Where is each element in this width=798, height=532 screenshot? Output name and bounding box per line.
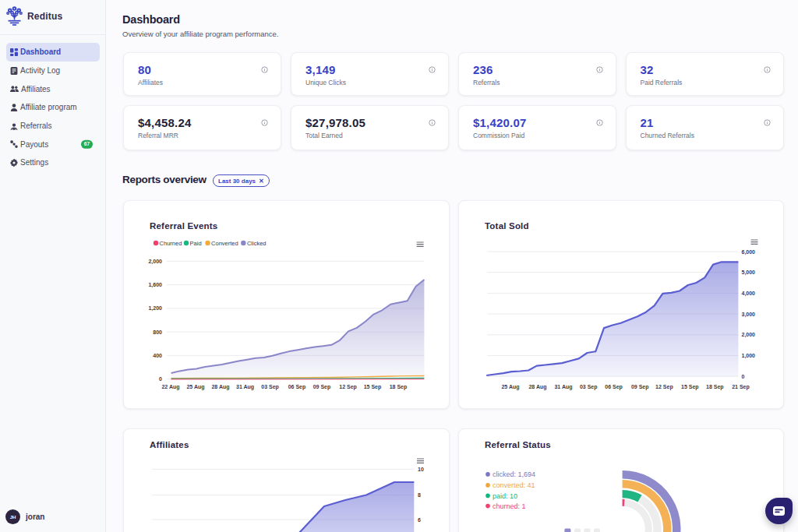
svg-text:1,600: 1,600	[148, 282, 162, 288]
svg-text:15 Sep: 15 Sep	[681, 384, 699, 390]
svg-text:2,000: 2,000	[148, 259, 162, 265]
svg-text:12 Sep: 12 Sep	[655, 384, 673, 390]
svg-text:5,000: 5,000	[742, 270, 756, 276]
svg-text:1,200: 1,200	[148, 305, 162, 312]
svg-text:Paid: Paid	[190, 240, 202, 247]
svg-text:1,000: 1,000	[742, 353, 756, 359]
svg-text:31 Aug: 31 Aug	[236, 384, 254, 390]
svg-text:0: 0	[742, 374, 745, 379]
svg-text:clicked: 1,694: clicked: 1,694	[493, 470, 535, 478]
svg-text:06 Sep: 06 Sep	[605, 384, 623, 390]
svg-text:Clicked: Clicked	[247, 240, 267, 247]
svg-text:18 Sep: 18 Sep	[390, 384, 408, 390]
svg-text:6: 6	[418, 517, 421, 523]
svg-text:06 Sep: 06 Sep	[288, 384, 306, 390]
svg-text:09 Sep: 09 Sep	[631, 384, 649, 390]
svg-text:03 Sep: 03 Sep	[580, 384, 598, 390]
svg-text:8: 8	[418, 492, 421, 498]
svg-text:21 Sep: 21 Sep	[732, 384, 750, 390]
svg-text:15 Sep: 15 Sep	[364, 384, 382, 390]
svg-text:churned: 1: churned: 1	[493, 502, 526, 510]
svg-text:4,000: 4,000	[742, 291, 756, 297]
svg-text:400: 400	[153, 353, 162, 358]
svg-text:3,000: 3,000	[742, 312, 756, 318]
svg-text:converted: 41: converted: 41	[493, 481, 535, 489]
svg-text:2,000: 2,000	[742, 332, 756, 338]
svg-text:paid: 10: paid: 10	[493, 492, 517, 500]
svg-text:25 Aug: 25 Aug	[501, 384, 519, 390]
svg-text:Converted: Converted	[211, 240, 238, 247]
svg-text:12 Sep: 12 Sep	[339, 384, 357, 390]
svg-text:0: 0	[159, 376, 162, 382]
svg-text:18 Sep: 18 Sep	[706, 384, 724, 390]
svg-text:09 Sep: 09 Sep	[313, 384, 331, 390]
svg-text:6,000: 6,000	[742, 249, 756, 255]
svg-text:28 Aug: 28 Aug	[211, 384, 229, 390]
svg-text:22 Aug: 22 Aug	[161, 384, 179, 390]
svg-text:25 Aug: 25 Aug	[186, 384, 204, 390]
svg-text:03 Sep: 03 Sep	[261, 384, 279, 390]
svg-text:800: 800	[153, 329, 162, 335]
svg-text:31 Aug: 31 Aug	[554, 384, 572, 390]
svg-text:10: 10	[418, 467, 424, 472]
svg-text:Churned: Churned	[160, 240, 182, 247]
svg-text:28 Aug: 28 Aug	[528, 384, 546, 390]
